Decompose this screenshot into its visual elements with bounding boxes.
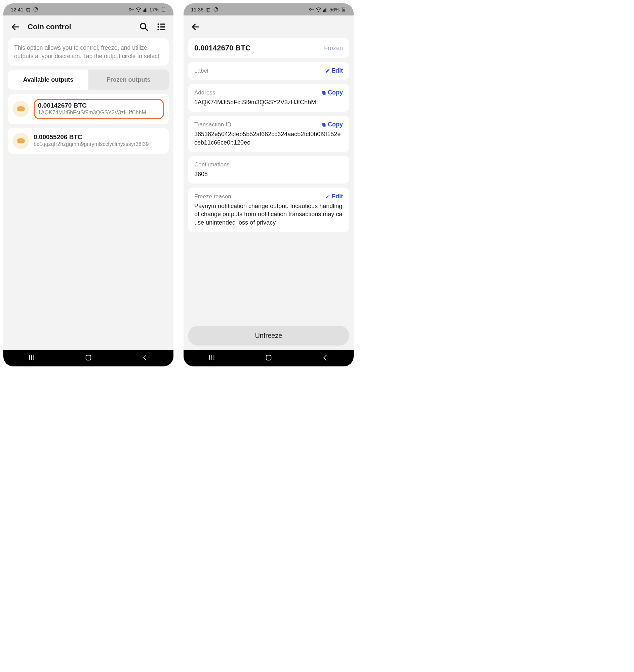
list-button[interactable] [156, 22, 167, 32]
status-time: 12:41 [11, 7, 24, 13]
status-icon-2 [33, 7, 38, 12]
back-button[interactable] [10, 22, 21, 32]
signal-icon [143, 7, 148, 12]
info-text: This option allows you to control, freez… [14, 44, 163, 60]
status-time: 11:38 [191, 7, 204, 13]
svg-rect-4 [143, 10, 144, 12]
utxo-row[interactable]: 0.00055206 BTC bc1qqzqtr2hzgqmm9gnrymlsc… [8, 128, 169, 153]
utxo-address: bc1qqzqtr2hzgqmm9gnrymlscclyclmyxssyr36l… [33, 141, 164, 148]
wifi-icon [136, 7, 141, 12]
info-card: This option allows you to control, freez… [8, 38, 169, 66]
utxo-address: 1AQK74MJt5bFctSf9m3QGSY2V3zHJfChhM [38, 109, 160, 116]
svg-point-33 [310, 8, 312, 10]
svg-rect-5 [144, 9, 145, 12]
svg-rect-19 [160, 29, 165, 30]
svg-rect-37 [326, 7, 327, 12]
page-title: Coin control [28, 23, 132, 31]
svg-rect-7 [146, 7, 147, 12]
svg-rect-40 [343, 9, 345, 11]
status-bar: 12:41 17% [3, 3, 173, 16]
android-nav-bar [3, 350, 173, 366]
label-card: Label Edit [188, 62, 349, 80]
phone-output-detail: 11:38 56% 0.00142670 BTC Frozen Label [184, 3, 353, 366]
status-bar: 11:38 56% [184, 3, 353, 16]
battery-percent: 56% [330, 7, 340, 13]
txid-card: Transaction ID Copy 385382e5042cfeb5b52a… [188, 116, 349, 152]
svg-rect-29 [86, 355, 91, 360]
freeze-reason-title: Freeze reason [194, 193, 231, 200]
confirmations-card: Confirmations 3608 [188, 156, 349, 184]
battery-percent: 17% [149, 7, 159, 13]
address-value: 1AQK74MJt5bFctSf9m3QGSY2V3zHJfChhM [194, 98, 343, 106]
utxo-body: 0.00055206 BTC bc1qqzqtr2hzgqmm9gnrymlsc… [33, 134, 164, 148]
battery-icon [341, 7, 346, 12]
utxo-row[interactable]: 0.00142670 BTC 1AQK74MJt5bFctSf9m3QGSY2V… [8, 94, 169, 124]
svg-point-3 [129, 8, 131, 10]
utxo-highlight: 0.00142670 BTC 1AQK74MJt5bFctSf9m3QGSY2V… [33, 99, 164, 119]
back-button[interactable] [190, 22, 201, 32]
svg-point-15 [157, 26, 159, 28]
svg-rect-49 [266, 355, 271, 360]
nav-home[interactable] [85, 354, 92, 363]
txid-value: 385382e5042cfeb5b52af662cc624aacb2fcf0b0… [194, 130, 343, 147]
tab-available[interactable]: Available outputs [8, 70, 89, 90]
vpn-icon [309, 7, 315, 12]
signal-icon [323, 7, 328, 12]
svg-point-24 [17, 138, 25, 143]
label-edit-button[interactable]: Edit [325, 67, 343, 74]
tab-frozen[interactable]: Frozen outputs [89, 70, 169, 90]
address-card: Address Copy 1AQK74MJt5bFctSf9m3QGSY2V3z… [188, 84, 349, 112]
svg-rect-45 [322, 123, 325, 126]
svg-rect-36 [325, 8, 326, 12]
freeze-reason-card: Freeze reason Edit Paynym notification c… [188, 188, 349, 232]
svg-rect-34 [323, 10, 324, 12]
svg-rect-1 [27, 8, 30, 12]
status-icon-2 [213, 7, 219, 12]
frozen-badge: Frozen [324, 45, 343, 52]
label-title: Label [194, 68, 209, 74]
phone-coin-control: 12:41 17% Coin control This option allow… [3, 3, 173, 366]
svg-rect-35 [324, 9, 325, 12]
app-header [184, 16, 353, 38]
svg-rect-43 [322, 91, 325, 94]
svg-point-14 [157, 24, 159, 25]
address-title: Address [194, 90, 215, 96]
unfreeze-button[interactable]: Unfreeze [188, 326, 349, 345]
app-header: Coin control [3, 16, 173, 38]
nav-back[interactable] [142, 354, 149, 363]
svg-rect-10 [162, 11, 164, 11]
txid-copy-button[interactable]: Copy [321, 121, 343, 128]
amount-card: 0.00142670 BTC Frozen [188, 38, 349, 58]
nav-recent[interactable] [208, 354, 216, 363]
output-tabs: Available outputs Frozen outputs [8, 70, 169, 90]
confirmations-title: Confirmations [194, 161, 343, 168]
svg-rect-9 [163, 7, 164, 7]
status-icon-1 [26, 7, 31, 12]
vpn-icon [129, 7, 135, 12]
txid-title: Transaction ID [194, 121, 231, 128]
coin-icon[interactable] [13, 101, 29, 117]
nav-home[interactable] [265, 354, 272, 363]
nav-back[interactable] [322, 354, 329, 363]
confirmations-value: 3608 [194, 170, 343, 178]
svg-point-21 [17, 106, 25, 111]
svg-rect-39 [343, 7, 344, 7]
svg-point-16 [157, 29, 159, 30]
svg-rect-31 [208, 8, 210, 12]
search-button[interactable] [139, 22, 149, 32]
utxo-amount: 0.00142670 BTC [38, 102, 160, 109]
android-nav-bar [184, 350, 353, 366]
battery-icon [161, 7, 166, 12]
utxo-amount: 0.00055206 BTC [33, 134, 164, 141]
svg-line-13 [145, 28, 148, 30]
svg-rect-17 [160, 24, 165, 25]
svg-rect-6 [145, 8, 146, 12]
nav-recent[interactable] [28, 354, 35, 363]
address-copy-button[interactable]: Copy [321, 89, 343, 96]
svg-rect-18 [160, 26, 165, 28]
freeze-reason-value: Paynym notification change output. Incau… [194, 202, 343, 226]
coin-icon[interactable] [13, 133, 29, 149]
detail-amount: 0.00142670 BTC [194, 44, 251, 52]
status-icon-1 [206, 7, 211, 12]
freeze-reason-edit-button[interactable]: Edit [325, 193, 343, 200]
